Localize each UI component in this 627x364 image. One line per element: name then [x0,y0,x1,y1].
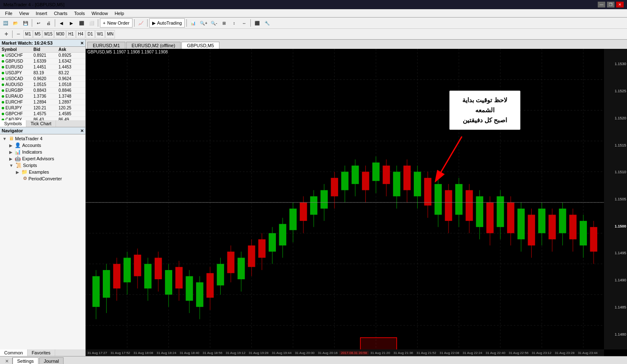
market-watch-close[interactable]: ✕ [80,41,84,46]
svg-rect-108 [538,209,545,233]
menu-tools[interactable]: Tools [71,10,88,17]
mw-symbol: EURJPY [2,106,33,110]
tf-h4[interactable]: H4 [76,30,85,38]
tf-m30[interactable]: M30 [54,30,66,38]
sep1 [32,19,32,27]
market-watch-row[interactable]: GBPCHF1.45751.4585 [0,111,85,117]
tab-tick-chart[interactable]: Tick Chart [26,120,56,127]
timeframe-buttons: M1 M5 M15 M30 H1 H4 D1 W1 MN [23,30,115,38]
nav-scripts-expand[interactable]: ▼ [9,163,13,168]
nav-expert-advisors[interactable]: ▶ 🤖 Expert Advisors [8,155,84,162]
market-watch-row[interactable]: USDJPY83.1983.22 [0,70,85,76]
menu-window[interactable]: Window [88,10,111,17]
nav-root-label: MetaTrader 4 [15,136,43,141]
nav-ea-label: Expert Advisors [22,156,54,161]
nav-scripts[interactable]: ▼ 📜 Scripts [8,162,84,169]
chart-tab-eurusd-m1[interactable]: EURUSD,M1 [87,42,125,49]
market-watch-row[interactable]: EURJPY120.21120.25 [0,105,85,111]
tab-settings[interactable]: Settings [13,357,38,364]
mw-ask: 86.49 [59,117,84,120]
menu-help[interactable]: Help [111,10,127,17]
svg-rect-96 [476,196,483,227]
print-button[interactable]: 🖨 [44,18,53,28]
nav-examples-expand[interactable]: ▶ [16,170,19,174]
nav-back[interactable]: ◀ [57,18,66,28]
chart-tab-gbpusd-m5[interactable]: GBPUSD,M5 [181,42,219,49]
nav-end[interactable]: ⬜ [87,18,96,28]
nav-indicators[interactable]: ▶ 📊 Indicators [8,149,84,155]
market-watch-row[interactable]: AUDUSD1.05151.0518 [0,82,85,88]
tab-journal[interactable]: Journal [39,357,64,364]
chart-tabs: EURUSD,M1 EURUSD,M2 (offline) GBPUSD,M5 [86,40,627,49]
market-watch-row[interactable]: EURUSD1.44511.4453 [0,64,85,70]
chart-btn1[interactable]: 📈 [136,18,145,28]
tab-common[interactable]: Common [0,349,28,356]
market-watch-row[interactable]: EURAUD1.37361.3748 [0,94,85,99]
nav-root[interactable]: ▼ 🖥 MetaTrader 4 [1,135,84,142]
tf-mn[interactable]: MN [105,30,115,38]
close-button[interactable]: ✕ [616,2,624,8]
tf-w1[interactable]: W1 [95,30,105,38]
nav-examples[interactable]: ▶ 📁 Examples [14,169,84,175]
menu-insert[interactable]: Insert [32,10,51,17]
chart-tab-eurusd-m2[interactable]: EURUSD,M2 (offline) [126,42,181,49]
tf-m1[interactable]: M1 [23,30,33,38]
new-button[interactable]: 🆕 [1,18,10,28]
tab-symbols[interactable]: Symbols [0,120,26,127]
menu-charts[interactable]: Charts [51,10,71,17]
terminal-btn[interactable]: ⬛ [252,18,262,28]
experts-btn[interactable]: 🔧 [263,18,272,28]
t1: 31 Aug 17:27 [86,351,109,355]
nav-fwd[interactable]: ▶ [67,18,76,28]
new-order-button[interactable]: + New Order [100,18,133,28]
menu-file[interactable]: File [2,10,16,17]
nav-indicators-expand[interactable]: ▶ [9,150,13,154]
svg-rect-22 [92,276,99,307]
chart-type-btn[interactable]: 📊 [189,18,198,28]
tf-h1[interactable]: H1 [66,30,76,38]
tf-d1[interactable]: D1 [86,30,95,38]
market-watch-row[interactable]: EURGBP0.88430.8846 [0,88,85,94]
crosshair-btn[interactable]: ✛ [2,30,11,39]
chart-grid[interactable]: ⊞ [219,18,229,28]
mw-symbol: EURGBP [2,88,33,93]
navigator-close[interactable]: ✕ [80,129,84,133]
chart-zoom-out[interactable]: 🔍- [209,18,219,28]
line-btn[interactable]: ─ [14,30,23,39]
sep2 [55,19,55,27]
svg-rect-82 [403,166,410,190]
close-bottom[interactable]: ✕ [2,358,13,364]
price-1510: 1.1510 [605,170,626,174]
tf-m15[interactable]: M15 [43,30,54,38]
t-highlight: 2017.08.31 20:58 [339,351,369,355]
undo-button[interactable]: ↩ [34,18,43,28]
mw-ask: 83.22 [59,71,84,75]
col-bid: Bid [33,47,59,52]
market-watch-row[interactable]: USDCHF0.89210.8925 [0,53,85,58]
svg-rect-110 [548,215,556,239]
open-button[interactable]: 📂 [11,18,20,28]
nav-ea-expand[interactable]: ▶ [9,157,13,161]
market-watch-row[interactable]: GBPUSD1.63391.6342 [0,58,85,64]
nav-home[interactable]: ⬛ [77,18,86,28]
save-button[interactable]: 💾 [21,18,30,28]
market-watch-row[interactable]: EURCHF1.28941.2897 [0,99,85,105]
nav-accounts[interactable]: ▶ 👤 Accounts [8,142,84,149]
nav-root-expand[interactable]: ▼ [3,136,7,141]
auto-trading-button[interactable]: ▶ AutoTrading [149,18,185,28]
bottom-tabs: ✕ Settings Journal [0,356,627,364]
chart-scroll[interactable]: ↕ [229,18,239,28]
t14: 31 Aug 21:36 [392,351,415,355]
menu-view[interactable]: View [16,10,33,17]
maximize-button[interactable]: ❐ [607,2,614,8]
nav-examples-label: Examples [29,169,49,174]
tf-m5[interactable]: M5 [33,30,42,38]
nav-accounts-expand[interactable]: ▶ [9,143,13,148]
tab-favorites[interactable]: Favorites [28,349,55,356]
market-watch-row[interactable]: USDCAD0.96200.9624 [0,76,85,82]
minimize-button[interactable]: — [598,2,605,8]
market-watch-row[interactable]: CADJPY86.4386.49 [0,117,85,120]
chart-autoscroll[interactable]: ↔ [240,18,249,28]
chart-zoom-in[interactable]: 🔍+ [199,18,209,28]
nav-period-converter[interactable]: ⚙ PeriodConverter [14,175,84,182]
